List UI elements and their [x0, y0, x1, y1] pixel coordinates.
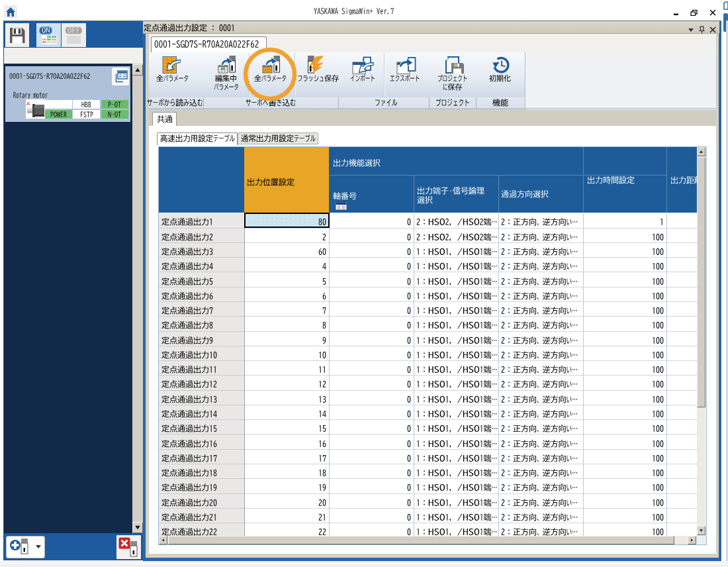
svg-text:A: A [26, 101, 30, 107]
